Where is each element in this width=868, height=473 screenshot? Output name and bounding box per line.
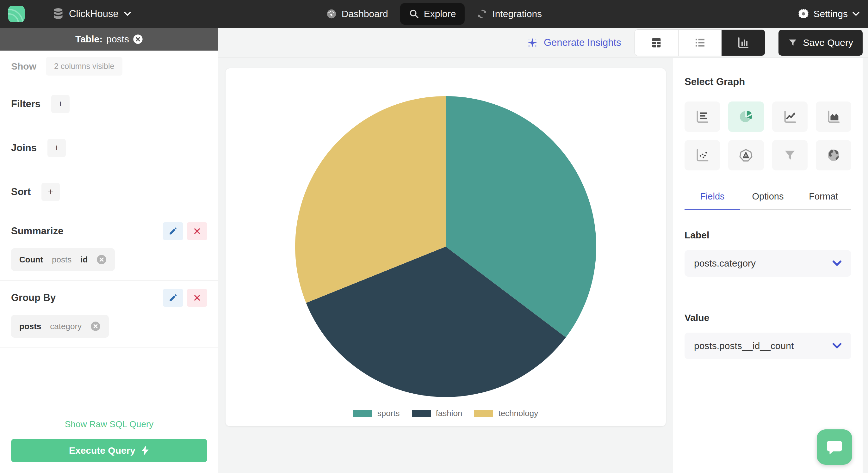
settings-label: Settings bbox=[814, 8, 848, 19]
tab-fields[interactable]: Fields bbox=[685, 191, 740, 210]
graph-config-panel: Select Graph bbox=[673, 58, 863, 473]
table-header-prefix: Table: bbox=[75, 34, 102, 44]
chart-view-icon bbox=[737, 36, 749, 49]
divider bbox=[0, 347, 218, 347]
database-name: ClickHouse bbox=[69, 8, 119, 20]
table-header: Table: posts bbox=[0, 28, 218, 51]
results-toolbar: Generate Insights bbox=[218, 28, 868, 58]
settings-menu[interactable]: Settings bbox=[798, 8, 860, 20]
group-by-chip: posts category bbox=[11, 315, 109, 338]
add-filter-button[interactable]: + bbox=[51, 95, 70, 113]
graph-type-radar-button[interactable] bbox=[728, 140, 764, 170]
nav-item-dashboard[interactable]: Dashboard bbox=[317, 3, 397, 25]
sync-icon bbox=[477, 8, 488, 19]
show-raw-sql-link[interactable]: Show Raw SQL Query bbox=[0, 419, 218, 429]
tab-format[interactable]: Format bbox=[796, 191, 851, 210]
joins-row: Joins + bbox=[0, 126, 218, 170]
radar-chart-icon bbox=[739, 148, 753, 162]
table-header-name: posts bbox=[106, 34, 129, 44]
summarize-block: Summarize Count posts id bbox=[0, 214, 218, 280]
pie-chart-icon bbox=[739, 109, 753, 124]
remove-chip-icon[interactable] bbox=[90, 321, 101, 332]
chat-bubble-icon bbox=[825, 438, 844, 456]
value-select[interactable]: posts.posts__id__count bbox=[685, 333, 851, 359]
graph-type-grid bbox=[685, 101, 851, 170]
save-query-button[interactable]: Save Query bbox=[778, 30, 863, 56]
nav-item-label: Integrations bbox=[492, 8, 542, 19]
remove-group-by-button[interactable] bbox=[187, 289, 207, 307]
edit-summarize-button[interactable] bbox=[163, 222, 183, 240]
database-icon bbox=[53, 8, 64, 20]
edit-group-by-button[interactable] bbox=[163, 289, 183, 307]
generate-insights-button[interactable]: Generate Insights bbox=[527, 37, 621, 49]
pencil-icon bbox=[168, 293, 178, 302]
legend-label: fashion bbox=[436, 409, 462, 418]
remove-summarize-button[interactable] bbox=[187, 222, 207, 240]
nav-item-integrations[interactable]: Integrations bbox=[468, 3, 551, 25]
execute-query-label: Execute Query bbox=[69, 445, 135, 456]
list-view-icon bbox=[693, 36, 707, 49]
nav-item-explore[interactable]: Explore bbox=[400, 3, 465, 25]
globe-map-icon bbox=[826, 148, 841, 162]
execute-query-button[interactable]: Execute Query bbox=[11, 439, 207, 462]
x-icon bbox=[193, 294, 201, 302]
chip-aggregation: Count bbox=[19, 255, 43, 265]
sort-row: Sort + bbox=[0, 170, 218, 214]
label-select-value: posts.category bbox=[694, 258, 756, 269]
gauge-icon bbox=[326, 8, 337, 19]
group-by-block: Group By posts category bbox=[0, 281, 218, 347]
chat-launcher-button[interactable] bbox=[817, 429, 852, 465]
chevron-down-icon bbox=[124, 11, 131, 17]
add-join-button[interactable]: + bbox=[48, 139, 66, 157]
graph-type-scatter-button[interactable] bbox=[685, 140, 720, 170]
area-chart-icon bbox=[826, 109, 841, 124]
gear-icon bbox=[798, 8, 809, 20]
lightning-bolt-icon bbox=[141, 445, 149, 455]
chart-legend: sportsfashiontechnology bbox=[353, 409, 538, 418]
line-chart-icon bbox=[783, 109, 797, 124]
x-icon bbox=[193, 227, 201, 235]
chart-area: sportsfashiontechnology bbox=[218, 58, 673, 473]
graph-type-map-button[interactable] bbox=[816, 140, 851, 170]
bar-chart-icon bbox=[695, 109, 710, 124]
search-icon bbox=[409, 9, 419, 19]
chevron-down-icon bbox=[832, 260, 842, 266]
add-sort-button[interactable]: + bbox=[41, 183, 60, 201]
config-tabs: Fields Options Format bbox=[685, 191, 851, 210]
select-graph-title: Select Graph bbox=[685, 76, 851, 88]
legend-swatch bbox=[474, 410, 493, 417]
legend-item-sports[interactable]: sports bbox=[353, 409, 400, 418]
list-view-button[interactable] bbox=[678, 30, 721, 56]
chart-card: sportsfashiontechnology bbox=[225, 68, 666, 426]
summarize-title: Summarize bbox=[11, 225, 63, 237]
nav-item-label: Dashboard bbox=[342, 8, 388, 19]
remove-table-icon[interactable] bbox=[133, 34, 143, 44]
scatter-plot-icon bbox=[695, 148, 710, 162]
remove-chip-icon[interactable] bbox=[96, 254, 106, 265]
show-row: Show 2 columns visible bbox=[0, 51, 218, 82]
legend-item-technology[interactable]: technology bbox=[474, 409, 538, 418]
columns-visible-chip[interactable]: 2 columns visible bbox=[46, 57, 122, 75]
chip-table: posts bbox=[19, 321, 41, 332]
filter-funnel-icon bbox=[788, 38, 798, 48]
app-logo-icon[interactable] bbox=[8, 6, 25, 22]
graph-type-bar-button[interactable] bbox=[685, 101, 720, 132]
label-heading: Label bbox=[685, 230, 851, 241]
chip-field: id bbox=[80, 255, 88, 265]
filters-label: Filters bbox=[11, 98, 40, 110]
tab-options[interactable]: Options bbox=[740, 191, 796, 210]
value-heading: Value bbox=[685, 312, 851, 323]
view-toggle bbox=[634, 29, 765, 56]
main-area: Generate Insights bbox=[218, 28, 868, 473]
label-select[interactable]: posts.category bbox=[685, 250, 851, 277]
graph-type-line-button[interactable] bbox=[772, 101, 808, 132]
nav-item-label: Explore bbox=[424, 8, 456, 19]
legend-label: sports bbox=[377, 409, 400, 418]
graph-type-funnel-button[interactable] bbox=[772, 140, 808, 170]
legend-item-fashion[interactable]: fashion bbox=[412, 409, 462, 418]
table-view-button[interactable] bbox=[635, 30, 678, 56]
graph-type-area-button[interactable] bbox=[816, 101, 851, 132]
chart-view-button[interactable] bbox=[721, 30, 765, 56]
graph-type-pie-button[interactable] bbox=[728, 101, 764, 132]
database-selector[interactable]: ClickHouse bbox=[53, 8, 131, 20]
